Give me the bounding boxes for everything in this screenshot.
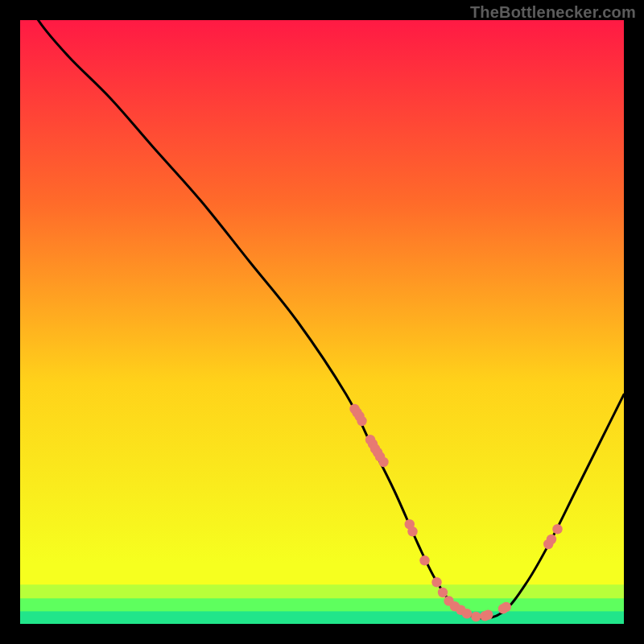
sample-dot [378,457,388,467]
watermark-label: TheBottlenecker.com [470,3,636,22]
sample-dot [419,555,429,565]
sample-dot [407,526,417,536]
sample-dot [547,535,556,544]
sample-dot [462,609,472,618]
green-band [20,584,624,599]
sample-dot [357,416,366,426]
sample-dot [502,602,511,612]
sample-dot [431,577,441,587]
sample-dot [438,588,448,597]
sample-dot [471,612,481,621]
green-band [20,611,624,624]
plot-area [20,20,624,624]
sample-dot [552,524,562,534]
plot-svg [20,20,624,624]
gradient-background [20,20,624,624]
green-bands [20,584,624,624]
sample-dot [483,610,493,620]
chart-stage: TheBottlenecker.com [0,0,644,644]
green-band [20,598,624,612]
